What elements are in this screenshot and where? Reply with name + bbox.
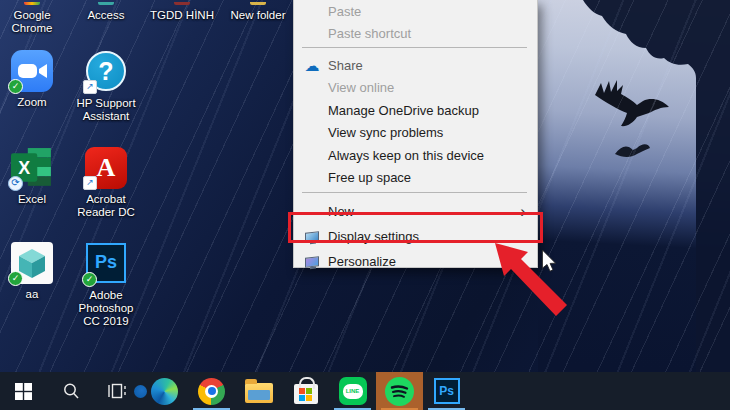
desktop-icon-access[interactable]: Access — [74, 2, 138, 22]
menu-item-label: Free up space — [328, 170, 411, 185]
windows-start-icon — [15, 383, 32, 400]
taskbar: LINEPs — [0, 372, 730, 410]
taskbar-button-photoshop[interactable]: Ps — [423, 372, 470, 410]
desktop-icon-photoshop[interactable]: Ps✓AdobePhotoshopCC 2019 — [70, 242, 142, 328]
chrome-icon — [198, 378, 225, 405]
menu-item-label: Personalize — [328, 254, 396, 269]
personalize-monitor-icon — [302, 257, 322, 267]
photoshop-icon: Ps — [434, 378, 460, 404]
task-view-icon — [108, 383, 127, 399]
onedrive-cloud-icon: ☁ — [302, 58, 322, 73]
taskbar-button-file-explorer[interactable] — [235, 372, 282, 410]
crow-small-icon — [615, 144, 650, 157]
spotify-icon — [385, 377, 414, 406]
menu-item-label: View online — [328, 80, 394, 95]
menu-item-label: Always keep on this device — [328, 148, 484, 163]
menu-item-free-up-space[interactable]: Free up space — [294, 167, 537, 190]
taskbar-button-line[interactable]: LINE — [329, 372, 376, 410]
desktop-icon-label: AdobePhotoshopCC 2019 — [70, 289, 142, 328]
menu-item-share[interactable]: ☁Share — [294, 54, 537, 77]
menu-item-paste-shortcut: Paste shortcut — [294, 23, 537, 45]
desktop-icon-label: Excel — [0, 193, 64, 206]
access-icon — [98, 2, 114, 5]
taskbar-button-store[interactable] — [282, 372, 329, 410]
desktop-icon-label: GoogleChrome — [0, 9, 64, 35]
desktop-icon-google-chrome[interactable]: GoogleChrome — [0, 2, 64, 35]
file-explorer-icon — [245, 383, 273, 403]
desktop-icon-label: TGDD HÌNH — [144, 9, 220, 22]
menu-item-view-sync-problems[interactable]: View sync problems — [294, 122, 537, 145]
edge-icon — [151, 378, 178, 405]
desktop-icon-zoom[interactable]: ✓Zoom — [0, 50, 64, 109]
desktop-icon-label: aa — [0, 288, 64, 301]
menu-item-paste: Paste — [294, 1, 537, 23]
microsoft-store-icon — [294, 384, 318, 404]
sync-badge-icon: ⟳ — [8, 176, 23, 191]
taskbar-button-edge[interactable] — [141, 372, 188, 410]
svg-text:X: X — [18, 158, 30, 178]
search-icon — [62, 382, 80, 400]
desktop-icon-excel[interactable]: X⟳Excel — [0, 147, 64, 206]
chrome-icon — [24, 2, 40, 5]
mouse-cursor-icon — [541, 250, 557, 272]
desktop-icon-acrobat[interactable]: A↗AcrobatReader DC — [70, 147, 142, 219]
excel-icon: X⟳ — [11, 147, 53, 189]
menu-item-label: Share — [328, 58, 363, 73]
desktop-icon-label: Zoom — [0, 96, 64, 109]
menu-item-label: Manage OneDrive backup — [328, 103, 479, 118]
folder-icon — [250, 2, 266, 5]
menu-item-label: Paste shortcut — [328, 26, 411, 41]
desktop-icon-tgdd-hinh[interactable]: TGDD HÌNH — [144, 2, 220, 22]
taskbar-button-spotify[interactable] — [376, 372, 423, 410]
menu-item-view-online: View online — [294, 77, 537, 100]
desktop-icon-label: Access — [74, 9, 138, 22]
desktop-icon-label: HP SupportAssistant — [70, 97, 142, 123]
desktop-icon-label: New folder — [221, 9, 295, 22]
menu-item-always-keep-on-this-device[interactable]: Always keep on this device — [294, 144, 537, 167]
desktop-icon-aa[interactable]: ✓aa — [0, 242, 64, 301]
menu-item-label: View sync problems — [328, 125, 443, 140]
face-silhouette — [583, 0, 730, 372]
desktop-icon-hp-support[interactable]: ?↗HP SupportAssistant — [70, 50, 142, 123]
check-badge-icon: ✓ — [8, 79, 23, 94]
menu-item-manage-onedrive-backup[interactable]: Manage OneDrive backup — [294, 99, 537, 122]
desktop-icon-new-folder[interactable]: New folder — [221, 2, 295, 22]
shortcut-arrow-badge-icon: ↗ — [83, 80, 97, 94]
shortcut-arrow-badge-icon: ↗ — [83, 176, 97, 190]
menu-separator — [294, 47, 537, 54]
crow-large-icon — [595, 80, 669, 126]
check-badge-icon: ✓ — [82, 272, 97, 287]
taskbar-button-search[interactable] — [47, 372, 94, 410]
desktop-icon-label: AcrobatReader DC — [70, 193, 142, 219]
line-app-icon: LINE — [339, 377, 367, 405]
folder-icon — [174, 2, 190, 5]
taskbar-button-chrome[interactable] — [188, 372, 235, 410]
annotation-red-arrow-icon — [480, 233, 580, 328]
menu-separator — [294, 192, 537, 199]
menu-item-label: Paste — [328, 4, 361, 19]
taskbar-button-start[interactable] — [0, 372, 47, 410]
check-badge-icon: ✓ — [8, 271, 23, 286]
